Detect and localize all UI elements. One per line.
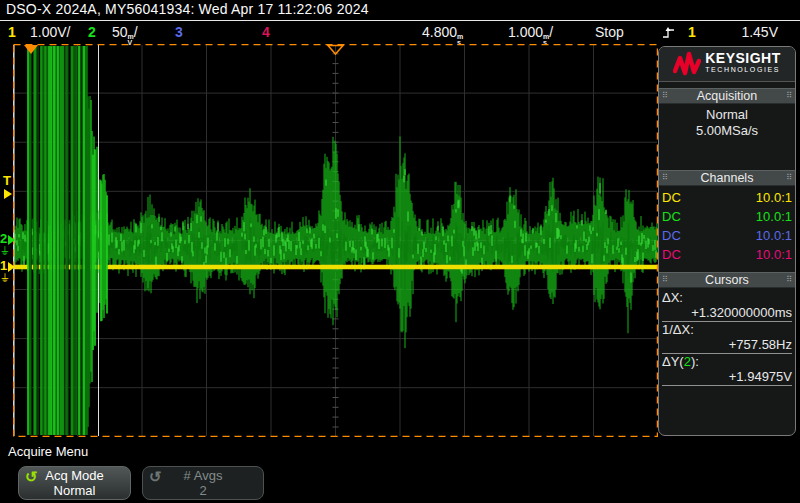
menu-title: Acquire Menu [8,444,88,459]
keysight-spark-icon [673,51,701,77]
ch2-scale[interactable]: 50mV/ [112,22,138,42]
acquisition-mode: Normal [659,107,795,123]
trigger-level-label: T [3,175,11,187]
dial-icon: ↺ [149,469,162,484]
channel-row-1: DC10.0:1 [662,188,792,207]
ch4-number[interactable]: 4 [262,22,270,42]
delta-y-value: +1.94975V [662,369,792,386]
ch3-number[interactable]: 3 [175,22,183,42]
inverse-delta-x-label: 1/ΔX: [662,322,792,337]
channel-row-4: DC10.0:1 [662,245,792,264]
ch1-number[interactable]: 1 [8,22,16,42]
softkey-num-avgs[interactable]: ↺ # Avgs 2 [142,466,264,500]
channel-row-3: DC10.0:1 [662,226,792,245]
ch1-ground-label: 1 [0,260,7,272]
acquisition-section-header[interactable]: ⠿ Acquisition ⠿ [659,88,795,104]
grip-icon: ⠿ [786,174,792,182]
delta-x-label: ΔX: [662,290,792,305]
ch2-number[interactable]: 2 [88,22,96,42]
grip-icon: ⠿ [662,92,668,100]
logo-subtitle: TECHNOLOGIES [705,64,781,75]
ch1-scale[interactable]: 1.00V/ [30,22,70,42]
trigger-level: 1.45V [716,22,778,42]
ch1-earth-icon: ⏚ [1,273,9,283]
grip-icon: ⠿ [786,92,792,100]
sidebar-panel: KEYSIGHT TECHNOLOGIES ⠿ Acquisition ⠿ No… [658,46,796,436]
waveform-display[interactable] [13,44,658,437]
delta-x-value: +1.320000000ms [662,305,792,322]
timebase-scale[interactable]: 1.000ms/ [508,22,553,42]
ch1-ground-marker-icon[interactable] [8,262,15,272]
keysight-logo: KEYSIGHT TECHNOLOGIES [659,47,795,82]
dial-icon: ↺ [25,469,38,484]
sample-rate: 5.00MSa/s [659,123,795,139]
cursors-section-header[interactable]: ⠿ Cursors ⠿ [659,272,795,288]
grip-icon: ⠿ [662,174,668,182]
grip-icon: ⠿ [786,276,792,284]
logo-brand: KEYSIGHT [705,53,781,64]
ch2-ground-label: 2 [0,233,7,245]
instrument-title: DSO-X 2024A, MY56041934: Wed Apr 17 11:2… [6,1,369,17]
softkey-acq-mode[interactable]: ↺ Acq Mode Normal [18,466,131,500]
run-state: Stop [595,22,624,42]
grip-icon: ⠿ [662,276,668,284]
title-separator [0,20,800,21]
ch2-earth-icon: ⏚ [1,246,9,256]
oscilloscope-screen: DSO-X 2024A, MY56041934: Wed Apr 17 11:2… [0,0,800,503]
trigger-level-marker-icon[interactable] [4,189,12,199]
delta-y-label: ΔY(2): [662,354,792,369]
trigger-source: 1 [688,22,696,42]
trigger-slope-icon [662,26,675,39]
horizontal-delay[interactable]: 4.800ms [422,22,463,42]
channels-section-header[interactable]: ⠿ Channels ⠿ [659,170,795,186]
inverse-delta-x-value: +757.58Hz [662,337,792,354]
channel-row-2: DC10.0:1 [662,207,792,226]
ch2-ground-marker-icon[interactable] [8,235,15,245]
